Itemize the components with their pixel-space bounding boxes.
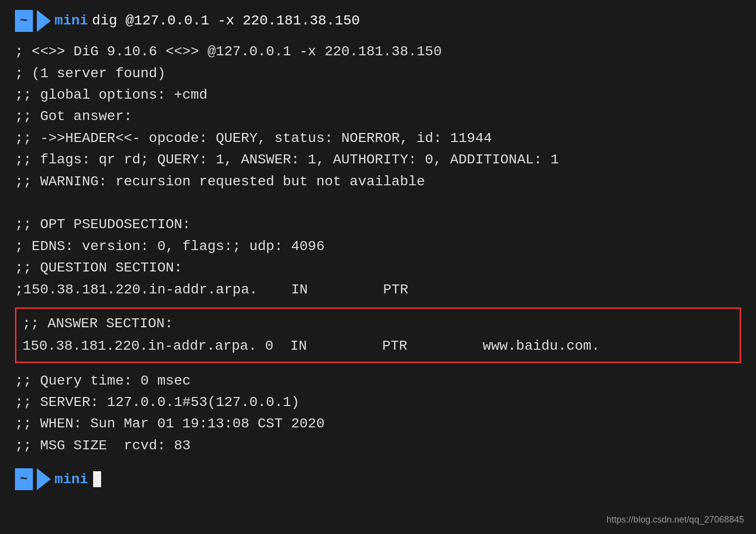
prompt-line-2: ~ mini: [15, 468, 741, 490]
output-line-9: ; EDNS: version: 0, flags:; udp: 4096: [15, 236, 741, 257]
watermark: https://blog.csdn.net/qq_27068845: [607, 515, 744, 525]
footer-line-1: ;; Query time: 0 msec: [15, 370, 741, 392]
username-2: mini: [55, 469, 88, 490]
output-block: ; <<>> DiG 9.10.6 <<>> @127.0.0.1 -x 220…: [15, 41, 741, 300]
output-line-2: ; (1 server found): [15, 63, 741, 84]
footer-line-4: ;; MSG SIZE rcvd: 83: [15, 435, 741, 456]
arrow-icon-2: [37, 468, 51, 490]
answer-section-header: ;; ANSWER SECTION:: [22, 313, 734, 335]
output-line-5: ;; ->>HEADER<<- opcode: QUERY, status: N…: [15, 128, 741, 149]
arrow-icon-1: [37, 10, 51, 32]
username-1: mini: [55, 10, 88, 31]
blank-line-1: [15, 192, 741, 214]
output-line-11: ;150.38.181.220.in-addr.arpa. IN PTR: [15, 279, 741, 300]
prompt-line-1: ~ mini dig @127.0.0.1 -x 220.181.38.150: [15, 10, 741, 32]
cursor-block: [93, 471, 101, 487]
output-line-3: ;; global options: +cmd: [15, 84, 741, 106]
output-line-7: ;; WARNING: recursion requested but not …: [15, 171, 741, 192]
output-line-1: ; <<>> DiG 9.10.6 <<>> @127.0.0.1 -x 220…: [15, 41, 741, 62]
output-line-8: ;; OPT PSEUDOSECTION:: [15, 214, 741, 235]
footer-line-2: ;; SERVER: 127.0.0.1#53(127.0.0.1): [15, 392, 741, 413]
answer-section-data: 150.38.181.220.in-addr.arpa. 0 IN PTR ww…: [22, 335, 734, 358]
terminal-window: ~ mini dig @127.0.0.1 -x 220.181.38.150 …: [0, 0, 756, 534]
answer-section-highlight: ;; ANSWER SECTION: 150.38.181.220.in-add…: [15, 307, 741, 363]
footer-line-3: ;; WHEN: Sun Mar 01 19:13:08 CST 2020: [15, 413, 741, 434]
footer-block: ;; Query time: 0 msec ;; SERVER: 127.0.0…: [15, 370, 741, 457]
output-line-6: ;; flags: qr rd; QUERY: 1, ANSWER: 1, AU…: [15, 149, 741, 170]
tilde-badge-1: ~: [15, 10, 33, 32]
command-text-1: dig @127.0.0.1 -x 220.181.38.150: [92, 10, 360, 31]
output-line-4: ;; Got answer:: [15, 106, 741, 127]
tilde-badge-2: ~: [15, 468, 33, 490]
output-line-10: ;; QUESTION SECTION:: [15, 257, 741, 278]
